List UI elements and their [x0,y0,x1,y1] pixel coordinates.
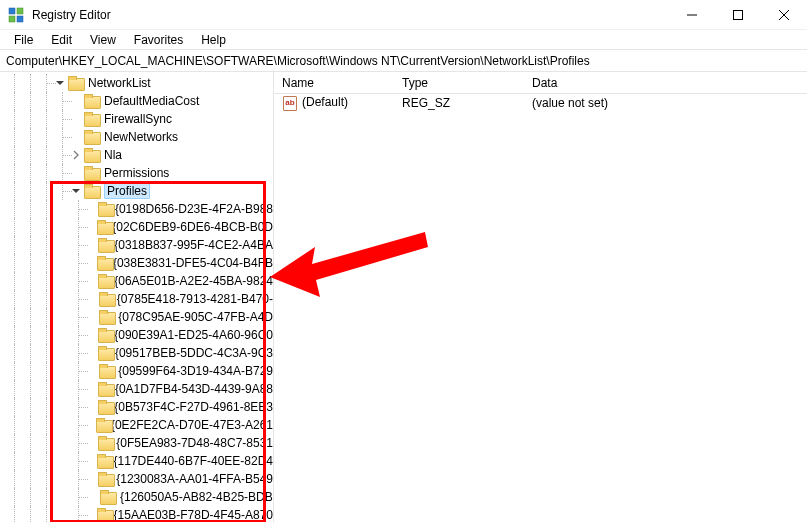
app-icon [8,7,24,23]
folder-icon [99,292,113,306]
tree-item-label: {09517BEB-5DDC-4C3A-9C3 [115,346,273,360]
folder-icon [97,256,109,270]
address-bar[interactable]: Computer\HKEY_LOCAL_MACHINE\SOFTWARE\Mic… [0,50,807,72]
tree-item-label: {0318B837-995F-4CE2-A4BA [114,238,273,252]
folder-icon [98,472,112,486]
list-rows: ab(Default) REG_SZ (value not set) [274,94,807,112]
folder-icon [97,508,109,522]
tree-item-label: {090E39A1-ED25-4A60-96C0 [114,328,273,342]
folder-icon [84,112,100,126]
tree-item-profiles[interactable]: Profiles [0,182,273,200]
folder-icon [98,274,111,288]
tree-item-label: Nla [104,148,122,162]
value-type: REG_SZ [394,96,524,110]
expander-icon[interactable] [70,149,82,161]
tree-item-label: {0785E418-7913-4281-B470- [117,292,273,306]
tree-item-nla[interactable]: Nla [0,146,273,164]
tree-item-label: Permissions [104,166,169,180]
folder-icon [98,436,112,450]
tree-item-label: {1230083A-AA01-4FFA-B549 [116,472,273,486]
tree-item-profile-guid[interactable]: {09599F64-3D19-434A-B729 [0,362,273,380]
tree-item-profile-guid[interactable]: {06A5E01B-A2E2-45BA-9824 [0,272,273,290]
tree-item-profile-guid[interactable]: {09517BEB-5DDC-4C3A-9C3 [0,344,273,362]
tree-item-label: {078C95AE-905C-47FB-A4D [118,310,273,324]
folder-icon [100,490,116,504]
folder-icon [97,454,109,468]
menu-file[interactable]: File [6,31,41,49]
tree-item-profile-guid[interactable]: {078C95AE-905C-47FB-A4D [0,308,273,326]
tree-item-firewallsync[interactable]: FirewallSync [0,110,273,128]
tree-item-profile-guid[interactable]: {117DE440-6B7F-40EE-82D4 [0,452,273,470]
tree-item-label: {038E3831-DFE5-4C04-B4FB [113,256,273,270]
folder-icon [68,76,84,90]
tree-item-profile-guid[interactable]: {126050A5-AB82-4B25-BDB [0,488,273,506]
tree-item-label: {02C6DEB9-6DE6-4BCB-B0D [112,220,273,234]
minimize-button[interactable] [669,0,715,30]
tree-item-profile-guid[interactable]: {0F5EA983-7D48-48C7-8531 [0,434,273,452]
folder-icon [98,400,111,414]
svg-rect-5 [734,10,743,19]
menu-edit[interactable]: Edit [43,31,80,49]
tree-pane[interactable]: NetworkListDefaultMediaCostFirewallSyncN… [0,72,274,522]
tree-item-label: {06A5E01B-A2E2-45BA-9824 [114,274,273,288]
tree-item-label: NewNetworks [104,130,178,144]
tree-item-label: {0A1D7FB4-543D-4439-9A88 [115,382,273,396]
column-type[interactable]: Type [394,76,524,90]
folder-icon [84,166,100,180]
menu-help[interactable]: Help [193,31,234,49]
tree-item-label: {15AAE03B-F78D-4F45-A870 [114,508,273,522]
close-button[interactable] [761,0,807,30]
column-data[interactable]: Data [524,76,807,90]
folder-icon [84,94,100,108]
list-header: Name Type Data [274,72,807,94]
folder-icon [99,364,114,378]
expander-icon[interactable] [54,77,66,89]
tree-item-newnetworks[interactable]: NewNetworks [0,128,273,146]
value-data: (value not set) [524,96,807,110]
window-controls [669,0,807,30]
folder-icon [84,184,100,198]
column-name[interactable]: Name [274,76,394,90]
folder-icon [97,220,109,234]
folder-icon [84,130,100,144]
tree-item-profile-guid[interactable]: {0E2FE2CA-D70E-47E3-A261 [0,416,273,434]
folder-icon [96,418,107,432]
folder-icon [98,202,111,216]
list-row[interactable]: ab(Default) REG_SZ (value not set) [274,94,807,112]
address-path: Computer\HKEY_LOCAL_MACHINE\SOFTWARE\Mic… [6,54,590,68]
maximize-button[interactable] [715,0,761,30]
svg-rect-2 [9,16,15,22]
list-pane[interactable]: Name Type Data ab(Default) REG_SZ (value… [274,72,807,522]
tree-item-profile-guid[interactable]: {1230083A-AA01-4FFA-B549 [0,470,273,488]
tree-item-defaultmediacost[interactable]: DefaultMediaCost [0,92,273,110]
tree-item-label: FirewallSync [104,112,172,126]
tree-item-networklist[interactable]: NetworkList [0,74,273,92]
folder-icon [98,328,111,342]
folder-icon [99,310,114,324]
menu-view[interactable]: View [82,31,124,49]
tree-item-permissions[interactable]: Permissions [0,164,273,182]
tree-item-profile-guid[interactable]: {0785E418-7913-4281-B470- [0,290,273,308]
tree-item-profile-guid[interactable]: {02C6DEB9-6DE6-4BCB-B0D [0,218,273,236]
expander-icon[interactable] [70,185,82,197]
tree-item-profile-guid[interactable]: {0318B837-995F-4CE2-A4BA [0,236,273,254]
tree-item-label: {117DE440-6B7F-40EE-82D4 [114,454,273,468]
value-name: (Default) [302,95,348,109]
svg-rect-3 [17,16,23,22]
folder-icon [84,148,100,162]
tree-item-profile-guid[interactable]: {0A1D7FB4-543D-4439-9A88 [0,380,273,398]
menu-favorites[interactable]: Favorites [126,31,191,49]
tree-item-profile-guid[interactable]: {090E39A1-ED25-4A60-96C0 [0,326,273,344]
window-title: Registry Editor [32,8,111,22]
title-bar: Registry Editor [0,0,807,30]
string-value-icon: ab [282,95,298,111]
menu-bar: File Edit View Favorites Help [0,30,807,50]
tree-item-label: {126050A5-AB82-4B25-BDB [120,490,273,504]
folder-icon [98,346,111,360]
tree-item-profile-guid[interactable]: {038E3831-DFE5-4C04-B4FB [0,254,273,272]
svg-rect-1 [17,8,23,14]
tree-item-profile-guid[interactable]: {0198D656-D23E-4F2A-B988 [0,200,273,218]
tree-item-label: {09599F64-3D19-434A-B729 [118,364,273,378]
tree-item-profile-guid[interactable]: {15AAE03B-F78D-4F45-A870 [0,506,273,522]
tree-item-profile-guid[interactable]: {0B573F4C-F27D-4961-8EB3 [0,398,273,416]
